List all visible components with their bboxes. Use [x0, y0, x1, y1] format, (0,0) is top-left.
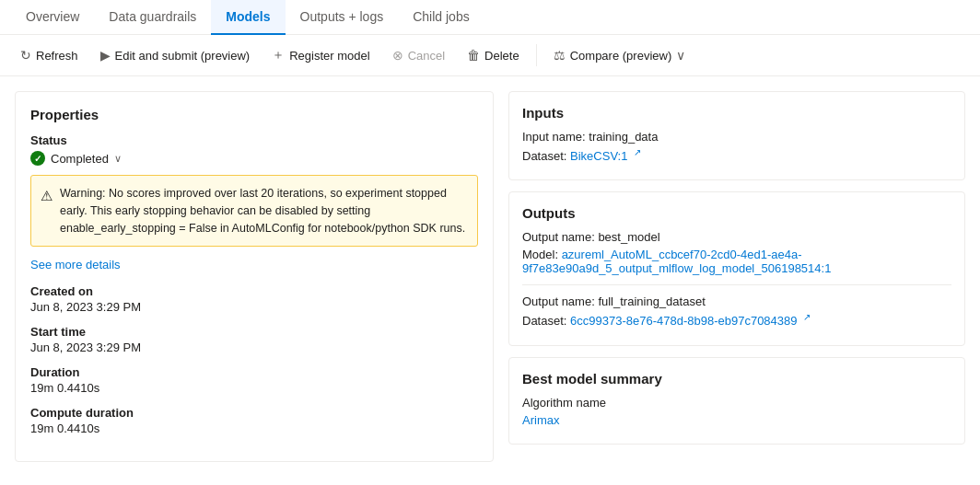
- warning-box: ⚠ Warning: No scores improved over last …: [30, 175, 478, 247]
- inputs-card: Inputs Input name: training_data Dataset…: [508, 91, 965, 180]
- input-dataset-link[interactable]: BikeCSV:1: [570, 149, 627, 163]
- register-model-label: Register model: [289, 49, 369, 63]
- refresh-button[interactable]: ↻ Refresh: [11, 43, 88, 67]
- main-content: Properties Status Completed ∨ ⚠ Warning:…: [0, 76, 980, 477]
- toolbar-separator: [536, 44, 537, 66]
- duration-value: 19m 0.4410s: [30, 381, 478, 395]
- input-name-label: Input name: training_data: [522, 130, 658, 144]
- edit-submit-button[interactable]: ▶ Edit and submit (preview): [91, 43, 260, 67]
- tab-data-guardrails[interactable]: Data guardrails: [94, 0, 211, 35]
- created-on-label: Created on: [30, 284, 478, 298]
- tab-child-jobs[interactable]: Child jobs: [398, 0, 484, 35]
- outputs-divider: [522, 284, 951, 285]
- best-model-title: Best model summary: [522, 371, 951, 387]
- output-name-2-label: Output name: full_training_dataset: [522, 294, 706, 308]
- status-text: Completed: [51, 152, 109, 166]
- compute-duration-label: Compute duration: [30, 406, 478, 420]
- status-value-row: Completed ∨: [30, 151, 478, 166]
- warning-icon: ⚠: [41, 186, 52, 237]
- edit-submit-label: Edit and submit (preview): [115, 49, 251, 63]
- chevron-down-icon: ∨: [676, 48, 685, 63]
- toolbar: ↻ Refresh ▶ Edit and submit (preview) ＋ …: [0, 35, 980, 76]
- compare-icon: ⚖: [554, 48, 566, 63]
- delete-button[interactable]: 🗑 Delete: [458, 43, 529, 67]
- created-on-group: Created on Jun 8, 2023 3:29 PM: [30, 284, 478, 314]
- see-more-link[interactable]: See more details: [30, 258, 478, 271]
- algorithm-label-row: Algorithm name: [522, 396, 951, 410]
- created-on-value: Jun 8, 2023 3:29 PM: [30, 300, 478, 314]
- output-name-1-row: Output name: best_model: [522, 230, 951, 244]
- duration-group: Duration 19m 0.4410s: [30, 365, 478, 395]
- output-name-1-label: Output name: best_model: [522, 230, 660, 244]
- cancel-button[interactable]: ⊗ Cancel: [383, 43, 454, 67]
- best-model-card: Best model summary Algorithm name Arimax: [508, 357, 965, 445]
- duration-label: Duration: [30, 365, 478, 379]
- algorithm-label: Algorithm name: [522, 396, 606, 410]
- start-time-label: Start time: [30, 325, 478, 339]
- status-completed-icon: [30, 151, 45, 166]
- cancel-icon: ⊗: [392, 48, 403, 63]
- delete-icon: 🗑: [467, 48, 480, 63]
- status-chevron-icon[interactable]: ∨: [114, 153, 122, 165]
- refresh-label: Refresh: [36, 49, 78, 63]
- status-label: Status: [30, 133, 478, 147]
- cancel-label: Cancel: [408, 49, 445, 63]
- properties-title: Properties: [30, 107, 478, 122]
- tab-bar: Overview Data guardrails Models Outputs …: [0, 0, 980, 35]
- plus-icon: ＋: [272, 47, 285, 64]
- inputs-title: Inputs: [522, 105, 951, 121]
- start-time-group: Start time Jun 8, 2023 3:29 PM: [30, 325, 478, 354]
- compute-duration-value: 19m 0.4410s: [30, 421, 478, 435]
- external-link-icon: ↗: [634, 147, 641, 157]
- output-dataset-link[interactable]: 6cc99373-8e76-478d-8b98-eb97c7084389: [570, 315, 798, 329]
- tab-models[interactable]: Models: [211, 0, 285, 35]
- right-panel: Inputs Input name: training_data Dataset…: [508, 91, 965, 462]
- play-icon: ▶: [100, 48, 111, 63]
- warning-text: Warning: No scores improved over last 20…: [60, 185, 468, 237]
- compare-label: Compare (preview): [570, 49, 672, 63]
- algorithm-value-row: Arimax: [522, 413, 951, 427]
- algorithm-value-link[interactable]: Arimax: [522, 413, 559, 427]
- input-dataset-label: Dataset:: [522, 149, 570, 163]
- output-dataset-label: Dataset:: [522, 315, 570, 329]
- outputs-title: Outputs: [522, 205, 951, 221]
- output-model-link[interactable]: azureml_AutoML_ccbcef70-2cd0-4ed1-ae4a-9…: [522, 248, 831, 275]
- register-model-button[interactable]: ＋ Register model: [262, 42, 379, 68]
- properties-panel: Properties Status Completed ∨ ⚠ Warning:…: [15, 91, 494, 462]
- compare-button[interactable]: ⚖ Compare (preview) ∨: [544, 43, 695, 67]
- delete-label: Delete: [484, 49, 519, 63]
- external-link-icon-2: ↗: [803, 312, 811, 322]
- refresh-icon: ↻: [20, 48, 31, 63]
- start-time-value: Jun 8, 2023 3:29 PM: [30, 341, 478, 354]
- output-model-row: Model: azureml_AutoML_ccbcef70-2cd0-4ed1…: [522, 248, 951, 275]
- compute-duration-group: Compute duration 19m 0.4410s: [30, 406, 478, 435]
- output-dataset-row: Dataset: 6cc99373-8e76-478d-8b98-eb97c70…: [522, 312, 951, 328]
- model-label: Model:: [522, 248, 562, 261]
- properties-card: Properties Status Completed ∨ ⚠ Warning:…: [15, 91, 494, 462]
- input-dataset-row: Dataset: BikeCSV:1 ↗: [522, 147, 951, 163]
- tab-outputs-logs[interactable]: Outputs + logs: [286, 0, 399, 35]
- input-name-row: Input name: training_data: [522, 130, 951, 144]
- tab-overview[interactable]: Overview: [11, 0, 94, 35]
- output-name-2-row: Output name: full_training_dataset: [522, 294, 951, 308]
- outputs-card: Outputs Output name: best_model Model: a…: [508, 191, 965, 345]
